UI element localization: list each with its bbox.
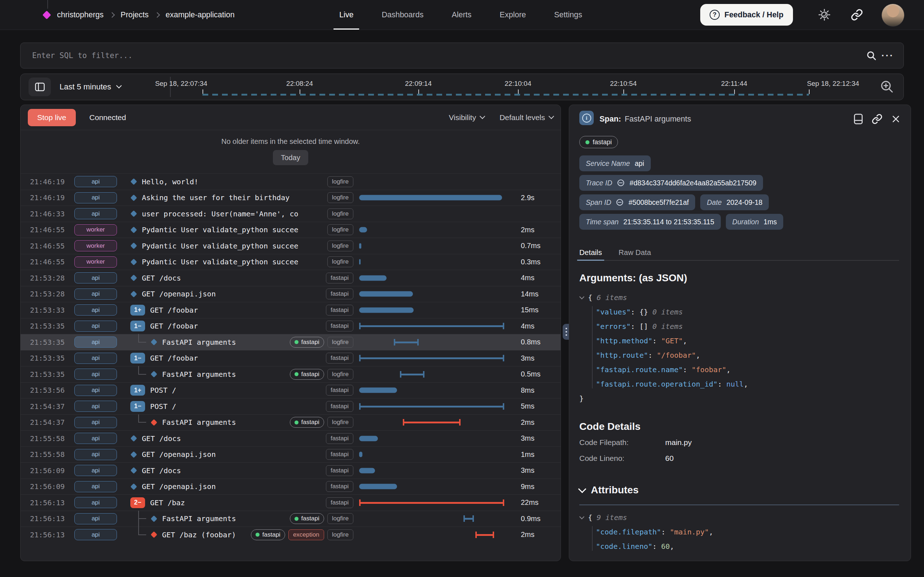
close-icon[interactable]: [891, 114, 901, 124]
link-icon[interactable]: [616, 198, 624, 206]
link-icon[interactable]: [617, 179, 625, 187]
empty-window-notice: No older items in the selected time wind…: [21, 130, 561, 174]
collapse-chevron-icon[interactable]: [579, 514, 584, 519]
feedback-help-button[interactable]: ? Feedback / Help: [700, 4, 793, 26]
trace-row[interactable]: 21:46:19apiHello, world!logfire: [21, 174, 561, 190]
row-timestamp: 21:53:35: [30, 354, 74, 363]
copy-link-icon[interactable]: [872, 114, 882, 124]
trace-row[interactable]: 21:53:35apiFastAPI argumentsfastapilogfi…: [21, 334, 561, 350]
trace-row[interactable]: 21:55:58apiGET /openapi.jsonfastapi1ms: [21, 446, 561, 463]
duration-bar: [400, 371, 425, 377]
trace-row[interactable]: 21:53:56api1+POST /fastapi8ms: [21, 382, 561, 398]
user-avatar[interactable]: [881, 3, 905, 27]
breadcrumb-item[interactable]: christophergs: [57, 10, 103, 19]
collapse-chevron-icon[interactable]: [578, 485, 586, 493]
duration-label: 14ms: [504, 290, 561, 298]
span-kind-diamond-icon: [150, 371, 157, 377]
duration-label: 1ms: [504, 450, 561, 459]
row-tags: logfire: [324, 208, 353, 219]
sql-filter-input[interactable]: [31, 51, 861, 60]
share-link-icon[interactable]: [849, 7, 865, 23]
zoom-in-icon[interactable]: [880, 79, 894, 94]
trace-row[interactable]: 21:53:28apiGET /docsfastapi4ms: [21, 270, 561, 286]
trace-row[interactable]: 21:56:09apiGET /docsfastapi3ms: [21, 462, 561, 479]
metadata-chip-trace-id[interactable]: Trace ID#d834c3374dd6fa2e4aa82a55ab21750…: [579, 175, 763, 191]
trace-row[interactable]: 21:56:13apiGET /baz (foobar)fastapiexcep…: [21, 527, 561, 543]
code-details-heading: Code Details: [579, 421, 641, 432]
trace-row[interactable]: 21:46:55workerPydantic User validate_pyt…: [21, 222, 561, 238]
nav-tab-live[interactable]: Live: [339, 0, 353, 29]
span-kind-diamond-icon: [130, 275, 137, 281]
trace-row[interactable]: 21:53:28apiGET /openapi.jsonfastapi14ms: [21, 286, 561, 302]
row-timestamp: 21:46:55: [30, 242, 74, 250]
detail-tab-raw-data[interactable]: Raw Data: [619, 245, 651, 260]
trace-row[interactable]: 21:46:33apiuser processed: User(name='An…: [21, 206, 561, 222]
trace-row[interactable]: 21:53:35apiFastAPI argumentsfastapilogfi…: [21, 366, 561, 382]
open-in-reader-icon[interactable]: [854, 114, 863, 124]
duration-label: 0.9ms: [504, 515, 561, 523]
json-indent-guide: [592, 306, 593, 388]
row-tags: fastapilogfire: [287, 337, 353, 348]
visibility-dropdown[interactable]: Visibility: [449, 113, 484, 122]
row-timestamp: 21:46:19: [30, 177, 74, 186]
duration-label: 0.5ms: [504, 370, 561, 378]
service-badge-cell: worker: [74, 256, 130, 268]
expand-chip[interactable]: 1−: [130, 321, 145, 331]
trace-row[interactable]: 21:46:55workerPydantic User validate_pyt…: [21, 238, 561, 254]
tag-fastapi: fastapi: [326, 321, 353, 331]
timeline-tick-label: Sep 18, 22:12:34: [807, 80, 859, 88]
service-badge: worker: [74, 256, 117, 268]
breadcrumb-item[interactable]: Projects: [121, 10, 149, 19]
duration-bar-cell: [359, 254, 504, 270]
duration-bar-cell: [359, 238, 504, 254]
nav-tab-explore[interactable]: Explore: [499, 0, 526, 29]
stop-live-button[interactable]: Stop live: [28, 109, 76, 126]
more-options-icon[interactable]: ···: [881, 50, 903, 61]
trace-row[interactable]: 21:53:35api1−GET /foobarfastapi4ms: [21, 318, 561, 334]
span-cell: 2−GET /baz: [130, 495, 319, 511]
collapse-chevron-icon[interactable]: [579, 294, 584, 299]
logfire-logo[interactable]: [42, 10, 51, 19]
tag-fastapi: fastapi: [290, 417, 324, 428]
expand-chip[interactable]: 1−: [130, 401, 145, 412]
nav-tab-alerts[interactable]: Alerts: [452, 0, 472, 29]
trace-row[interactable]: 21:56:13apiFastAPI argumentsfastapilogfi…: [21, 511, 561, 527]
expand-chip[interactable]: 1+: [130, 385, 145, 396]
trace-row[interactable]: 21:56:09apiGET /openapi.jsonfastapi9ms: [21, 479, 561, 495]
breadcrumb: christophergsProjectsexample-application: [57, 0, 234, 29]
detail-tab-details[interactable]: Details: [579, 245, 602, 260]
trace-row[interactable]: 21:56:13api2−GET /bazfastapi22ms: [21, 495, 561, 511]
trace-row[interactable]: 21:46:19apiAsking the user for their bir…: [21, 190, 561, 206]
nav-tab-settings[interactable]: Settings: [554, 0, 582, 29]
today-button[interactable]: Today: [273, 150, 308, 165]
trace-row[interactable]: 21:54:37api1−POST /fastapi5ms: [21, 398, 561, 414]
service-badge-cell: api: [74, 337, 130, 348]
trace-row[interactable]: 21:46:55workerPydantic User validate_pyt…: [21, 254, 561, 270]
duration-bar-cell: [359, 447, 504, 463]
expand-chip[interactable]: 1−: [130, 353, 145, 364]
metadata-value: #d834c3374dd6fa2e4aa82a55ab217509: [630, 179, 756, 187]
span-kind-diamond-icon: [130, 243, 137, 249]
service-badge: api: [74, 497, 117, 508]
expand-chip[interactable]: 1+: [130, 305, 145, 316]
trace-row[interactable]: 21:53:35api1−GET /foobarfastapi3ms: [21, 350, 561, 366]
trace-row[interactable]: 21:53:33api1+GET /foobarfastapi15ms: [21, 302, 561, 318]
breadcrumb-item[interactable]: example-application: [166, 10, 234, 19]
row-tags: fastapi: [323, 465, 353, 476]
trace-row[interactable]: 21:54:37apiFastAPI argumentsfastapilogfi…: [21, 414, 561, 430]
nav-tab-dashboards[interactable]: Dashboards: [381, 0, 423, 29]
json-indent-guide: [592, 526, 593, 551]
span-kind-diamond-icon: [150, 339, 157, 345]
search-icon[interactable]: [861, 50, 881, 61]
theme-toggle-icon[interactable]: [816, 7, 832, 23]
sidebar-toggle-button[interactable]: [29, 77, 51, 96]
time-range-dropdown[interactable]: Last 5 minutes: [60, 74, 121, 100]
expand-chip[interactable]: 2−: [130, 497, 145, 508]
trace-row[interactable]: 21:55:58apiGET /docsfastapi3ms: [21, 430, 561, 446]
service-badge: api: [74, 337, 117, 348]
row-tags: fastapilogfire: [287, 417, 353, 428]
tag-fastapi: fastapi: [326, 481, 353, 492]
duration-bar: [403, 419, 461, 425]
metadata-chip-span-id[interactable]: Span ID#5008bce5f7fe21af: [579, 194, 695, 210]
default-levels-dropdown[interactable]: Default levels: [499, 113, 553, 122]
